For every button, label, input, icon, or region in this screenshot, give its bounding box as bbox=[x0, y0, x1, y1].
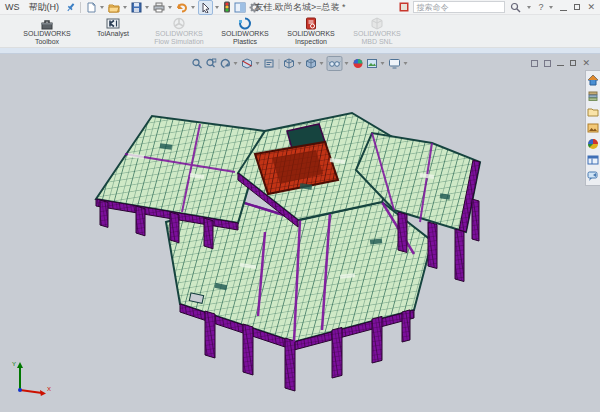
rebuild-traffic-light-icon[interactable] bbox=[222, 0, 232, 14]
menu-help[interactable]: 帮助(H) bbox=[27, 1, 62, 14]
minimize-icon[interactable] bbox=[558, 4, 569, 11]
triad-x-label: X bbox=[47, 386, 51, 392]
doc-restore-icon[interactable] bbox=[570, 58, 576, 68]
open-icon[interactable] bbox=[107, 1, 121, 14]
inspection-icon bbox=[304, 16, 318, 30]
flow-simulation-icon bbox=[172, 16, 186, 30]
select-caret-icon[interactable] bbox=[215, 6, 219, 9]
titlebar-right: ? ✕ bbox=[398, 1, 597, 13]
search-input[interactable] bbox=[416, 3, 486, 12]
apply-scene-caret-icon[interactable] bbox=[381, 62, 385, 65]
triad-y-label: Y bbox=[12, 361, 16, 367]
new-document-icon[interactable] bbox=[85, 1, 98, 14]
print-icon[interactable] bbox=[152, 1, 166, 14]
custom-properties-icon[interactable] bbox=[587, 153, 600, 166]
dynamic-annotation-icon[interactable] bbox=[263, 57, 276, 70]
search-type-icon[interactable] bbox=[398, 1, 410, 13]
previous-view-caret-icon[interactable] bbox=[234, 62, 238, 65]
ribbon-item-mbd-snl: SOLIDWORKS MBD SNL bbox=[346, 16, 408, 46]
menu-bar: WS 帮助(H) bbox=[3, 1, 76, 14]
search-box bbox=[413, 1, 505, 13]
model-assembly[interactable] bbox=[0, 54, 600, 412]
restore-icon[interactable] bbox=[572, 4, 582, 10]
ribbon-item-solidworks-toolbox[interactable]: SOLIDWORKS Toolbox bbox=[16, 16, 78, 46]
taskpane-tabs bbox=[585, 70, 600, 186]
close-icon[interactable]: ✕ bbox=[585, 3, 597, 12]
graphics-viewport[interactable]: ✕ bbox=[0, 54, 600, 412]
options-caret-icon[interactable] bbox=[263, 6, 267, 9]
view-orientation-icon[interactable] bbox=[283, 57, 296, 70]
mbd-icon bbox=[370, 16, 384, 30]
document-window-controls: ✕ bbox=[531, 58, 590, 68]
search-magnifier-icon[interactable] bbox=[508, 2, 523, 13]
save-caret-icon[interactable] bbox=[145, 6, 149, 9]
orientation-triad: Y X bbox=[8, 358, 54, 398]
options-gear-icon[interactable] bbox=[248, 1, 261, 14]
print-caret-icon[interactable] bbox=[168, 6, 172, 9]
section-view-caret-icon[interactable] bbox=[256, 62, 260, 65]
undo-icon[interactable] bbox=[175, 1, 189, 14]
view-settings-caret-icon[interactable] bbox=[404, 62, 408, 65]
home-icon[interactable] bbox=[587, 73, 600, 86]
headsup-toolbar bbox=[191, 56, 410, 71]
quick-access-toolbar bbox=[85, 0, 269, 15]
menu-cropped-tail[interactable]: WS bbox=[3, 2, 22, 12]
design-library-icon[interactable] bbox=[587, 89, 600, 102]
help-icon[interactable]: ? bbox=[536, 2, 545, 12]
search-caret-icon[interactable] bbox=[527, 6, 531, 9]
headsup-separator bbox=[279, 59, 280, 69]
edit-appearance-icon[interactable] bbox=[352, 57, 365, 70]
pushpin-icon[interactable] bbox=[66, 2, 76, 12]
ribbon: SOLIDWORKS Toolbox TolAnalyst SOLIDWORKS… bbox=[0, 15, 600, 48]
display-style-icon[interactable] bbox=[305, 57, 318, 70]
apply-scene-icon[interactable] bbox=[366, 57, 379, 70]
ribbon-item-flow-simulation: SOLIDWORKS Flow Simulation bbox=[148, 16, 210, 46]
plastics-icon bbox=[238, 16, 252, 30]
appearances-scenes-icon[interactable] bbox=[587, 137, 600, 150]
select-arrow-icon[interactable] bbox=[198, 0, 213, 15]
hide-show-items-icon[interactable] bbox=[327, 56, 343, 71]
zoom-fit-icon[interactable] bbox=[191, 57, 204, 70]
view-palette-icon[interactable] bbox=[587, 121, 600, 134]
undo-caret-icon[interactable] bbox=[191, 6, 195, 9]
toolbox-icon bbox=[40, 16, 54, 30]
doc-square-2-icon[interactable] bbox=[544, 60, 551, 67]
new-caret-icon[interactable] bbox=[100, 6, 104, 9]
file-explorer-icon[interactable] bbox=[587, 105, 600, 118]
panes-icon[interactable] bbox=[233, 1, 247, 14]
doc-square-1-icon[interactable] bbox=[531, 60, 538, 67]
ribbon-item-plastics[interactable]: SOLIDWORKS Plastics bbox=[214, 16, 276, 46]
toolbar-separator bbox=[80, 2, 81, 13]
ribbon-item-tolanalyst[interactable]: TolAnalyst bbox=[82, 16, 144, 38]
solidworks-window: WS 帮助(H) bbox=[0, 0, 600, 412]
doc-minimize-icon[interactable] bbox=[557, 58, 564, 68]
hide-show-caret-icon[interactable] bbox=[345, 62, 349, 65]
display-style-caret-icon[interactable] bbox=[320, 62, 324, 65]
previous-view-icon[interactable] bbox=[219, 57, 232, 70]
zoom-area-icon[interactable] bbox=[205, 57, 218, 70]
help-caret-icon[interactable] bbox=[549, 6, 553, 9]
forum-icon[interactable] bbox=[587, 169, 600, 182]
ribbon-item-inspection[interactable]: SOLIDWORKS Inspection bbox=[280, 16, 342, 46]
tolanalyst-icon bbox=[106, 16, 120, 30]
open-caret-icon[interactable] bbox=[123, 6, 127, 9]
titlebar: WS 帮助(H) bbox=[0, 0, 600, 15]
save-icon[interactable] bbox=[130, 1, 143, 14]
view-orientation-caret-icon[interactable] bbox=[298, 62, 302, 65]
view-settings-icon[interactable] bbox=[388, 57, 402, 70]
doc-close-icon[interactable]: ✕ bbox=[582, 59, 590, 68]
section-view-icon[interactable] bbox=[241, 57, 254, 70]
